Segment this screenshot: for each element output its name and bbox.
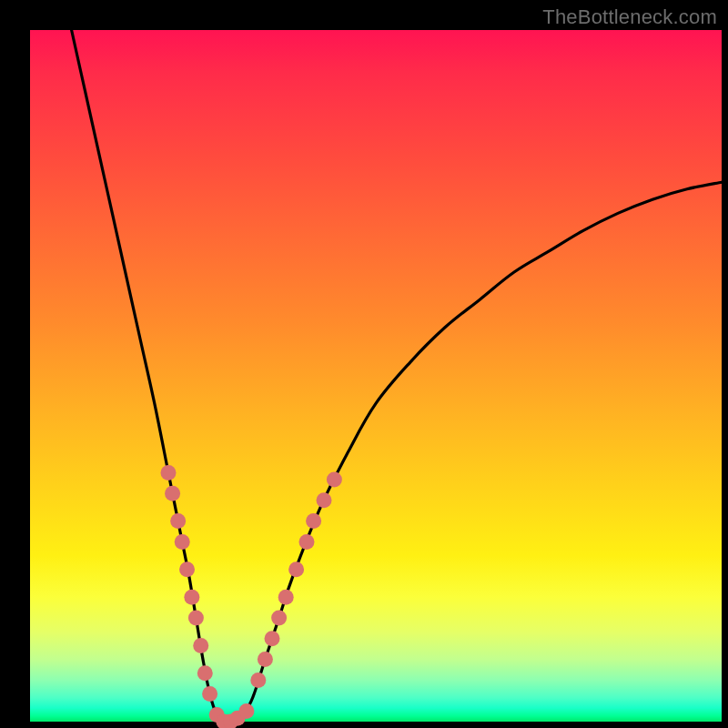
sample-dot <box>271 611 287 626</box>
sample-dot <box>278 590 294 605</box>
sample-dot <box>165 486 180 501</box>
sample-dot <box>188 611 204 626</box>
plot-area <box>30 30 722 722</box>
sample-dot <box>161 465 177 480</box>
curve-layer <box>30 30 722 722</box>
sample-dot <box>175 534 190 550</box>
sample-dot <box>299 534 315 550</box>
sample-dot <box>179 561 195 577</box>
sample-dot <box>306 513 321 529</box>
sample-dot <box>327 472 342 488</box>
sample-dot <box>288 561 304 577</box>
sample-dot <box>317 492 332 508</box>
sample-dots <box>161 465 342 728</box>
sample-dot <box>202 686 217 702</box>
sample-dot <box>197 665 213 681</box>
bottleneck-curve <box>72 30 722 723</box>
sample-dot <box>193 638 208 653</box>
sample-dot <box>238 703 254 719</box>
sample-dot <box>170 513 186 529</box>
chart-frame: TheBottleneck.com <box>0 0 728 728</box>
sample-dot <box>258 652 273 667</box>
watermark-text: TheBottleneck.com <box>542 5 717 29</box>
sample-dot <box>250 672 266 688</box>
sample-dot <box>184 590 199 605</box>
sample-dot <box>265 631 280 646</box>
